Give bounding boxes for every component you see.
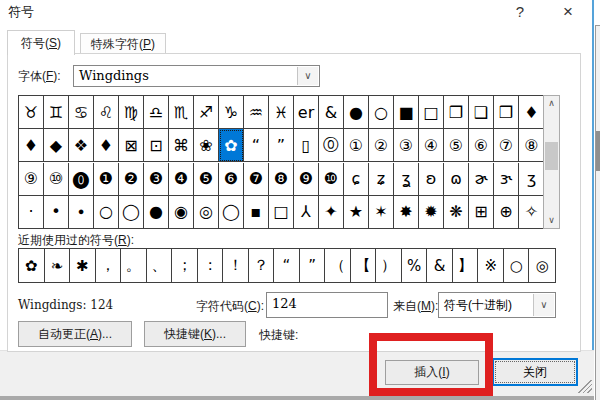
symbol-cell[interactable]: ❸ xyxy=(144,163,169,196)
symbol-cell[interactable]: ♉ xyxy=(19,96,44,129)
symbol-cell[interactable]: 】 xyxy=(453,249,479,282)
background-window-scrollbar[interactable] xyxy=(595,25,600,400)
symbol-cell[interactable]: 、 xyxy=(147,249,173,282)
symbol-cell[interactable]: ◎ xyxy=(194,196,219,228)
symbol-cell[interactable]: ⑦ xyxy=(494,129,519,162)
symbol-cell[interactable]: ❽ xyxy=(269,163,294,196)
symbol-cell[interactable]: ♦ xyxy=(19,129,44,162)
symbol-cell[interactable]: ⑥ xyxy=(469,129,494,162)
symbol-cell[interactable]: ○ xyxy=(94,196,119,228)
scroll-up-icon[interactable]: ∧ xyxy=(544,96,559,111)
symbol-cell[interactable]: ⑤ xyxy=(444,129,469,162)
symbol-cell[interactable]: ♋ xyxy=(69,96,94,129)
symbol-cell[interactable]: ？ xyxy=(249,249,275,282)
symbol-cell[interactable]: ” xyxy=(269,129,294,162)
symbol-cell[interactable]: ❷ xyxy=(119,163,144,196)
symbol-cell[interactable]: ❑ xyxy=(469,96,494,129)
symbol-cell[interactable]: ⓿ xyxy=(69,163,94,196)
symbol-cell[interactable]: ⓪ xyxy=(319,129,344,162)
symbol-cell[interactable]: · xyxy=(19,196,44,228)
symbol-cell[interactable]: 【 xyxy=(351,249,377,282)
close-button[interactable]: 关闭 xyxy=(492,358,578,386)
scroll-down-icon[interactable]: ∨ xyxy=(544,213,559,228)
symbol-cell[interactable]: ❺ xyxy=(194,163,219,196)
symbol-cell[interactable]: □ xyxy=(269,196,294,228)
symbol-cell[interactable]: ❹ xyxy=(169,163,194,196)
symbol-cell[interactable]: ○ xyxy=(369,96,394,129)
resize-grip[interactable] xyxy=(578,380,592,393)
symbol-cell[interactable]: ： xyxy=(198,249,224,282)
symbol-cell[interactable]: ○ xyxy=(504,249,530,282)
symbol-cell[interactable]: ❻ xyxy=(219,163,244,196)
symbol-cell[interactable]: ） xyxy=(376,249,402,282)
symbol-cell[interactable]: ⊞ xyxy=(469,196,494,228)
tab-special-characters[interactable]: 特殊字符(P) xyxy=(80,33,166,54)
symbol-cell[interactable]: ※ xyxy=(478,249,504,282)
symbol-grid-scrollbar[interactable]: ∧ ∨ xyxy=(543,95,560,229)
symbol-cell[interactable]: ❒ xyxy=(494,96,519,129)
symbol-cell[interactable]: □ xyxy=(419,96,444,129)
symbol-cell[interactable]: ▪ xyxy=(244,196,269,228)
symbol-cell[interactable]: ④ xyxy=(419,129,444,162)
symbol-cell[interactable]: ◎ xyxy=(529,249,555,282)
font-combobox[interactable]: Wingdings ∨ xyxy=(73,65,320,87)
from-combobox[interactable]: 符号(十进制) ∨ xyxy=(438,292,556,318)
symbol-cell[interactable]: ❖ xyxy=(69,129,94,162)
symbol-cell[interactable]: • xyxy=(44,196,69,228)
autocorrect-button[interactable]: 自动更正(A)... xyxy=(18,321,132,347)
symbol-cell[interactable]: ❀ xyxy=(194,129,219,162)
symbol-cell[interactable]: ʓ xyxy=(394,163,419,196)
symbol-cell[interactable]: ！ xyxy=(223,249,249,282)
scrollbar-thumb[interactable] xyxy=(545,142,558,170)
char-code-input[interactable]: 124 xyxy=(266,292,388,318)
symbol-cell[interactable]: ♍ xyxy=(119,96,144,129)
symbol-cell[interactable]: ， xyxy=(96,249,122,282)
symbol-cell[interactable]: ✿ xyxy=(19,249,45,282)
symbol-cell[interactable]: ★ xyxy=(344,196,369,228)
symbol-cell[interactable]: ♑ xyxy=(219,96,244,129)
symbol-cell[interactable]: ⑧ xyxy=(519,129,544,162)
chevron-down-icon[interactable]: ∨ xyxy=(297,67,318,85)
symbol-cell[interactable]: ⊠ xyxy=(119,129,144,162)
symbol-cell[interactable]: ✧ xyxy=(519,196,544,228)
symbol-cell[interactable]: “ xyxy=(274,249,300,282)
symbol-cell[interactable]: ɕ xyxy=(344,163,369,196)
symbol-cell[interactable]: ♦ xyxy=(519,96,544,129)
symbol-cell[interactable]: ◆ xyxy=(44,129,69,162)
symbol-cell[interactable]: ⑩ xyxy=(44,163,69,196)
close-icon[interactable]: × xyxy=(551,0,585,23)
symbol-cell[interactable]: & xyxy=(319,96,344,129)
symbol-cell[interactable]: ɝ xyxy=(494,163,519,196)
symbol-cell[interactable]: ✸ xyxy=(394,196,419,228)
symbol-cell[interactable]: ◉ xyxy=(169,196,194,228)
symbol-cell[interactable]: ✶ xyxy=(369,196,394,228)
symbol-cell[interactable]: ③ xyxy=(394,129,419,162)
tab-symbols[interactable]: 符号(S) xyxy=(7,30,75,55)
symbol-cell[interactable]: ▯ xyxy=(294,129,319,162)
symbol-cell[interactable]: % xyxy=(402,249,428,282)
symbol-cell[interactable]: ∙ xyxy=(69,196,94,228)
symbol-cell[interactable]: ① xyxy=(344,129,369,162)
symbol-cell[interactable]: ◯ xyxy=(119,196,144,228)
symbol-cell[interactable]: ✹ xyxy=(419,196,444,228)
symbol-cell[interactable]: er xyxy=(294,96,319,129)
symbol-cell[interactable]: ⌘ xyxy=(169,129,194,162)
symbol-cell[interactable]: ♌ xyxy=(94,96,119,129)
symbol-cell[interactable]: ② xyxy=(369,129,394,162)
symbol-cell[interactable]: ✱ xyxy=(70,249,96,282)
symbol-cell[interactable]: ♏ xyxy=(169,96,194,129)
background-scrollbar-thumb[interactable] xyxy=(596,131,600,171)
symbol-cell[interactable]: ❿ xyxy=(319,163,344,196)
symbol-cell[interactable]: ⊕ xyxy=(494,196,519,228)
symbol-cell[interactable]: ● xyxy=(144,196,169,228)
symbol-cell[interactable]: ♊ xyxy=(44,96,69,129)
symbol-cell[interactable]: ； xyxy=(172,249,198,282)
symbol-cell[interactable]: ❧ xyxy=(45,249,71,282)
chevron-down-icon[interactable]: ∨ xyxy=(533,294,554,316)
symbol-cell[interactable]: ♓ xyxy=(269,96,294,129)
symbol-cell[interactable]: “ xyxy=(244,129,269,162)
symbol-cell[interactable]: ● xyxy=(344,96,369,129)
symbol-cell[interactable]: 。 xyxy=(121,249,147,282)
symbol-cell[interactable]: ʒ xyxy=(519,163,544,196)
symbol-cell[interactable]: ❶ xyxy=(94,163,119,196)
